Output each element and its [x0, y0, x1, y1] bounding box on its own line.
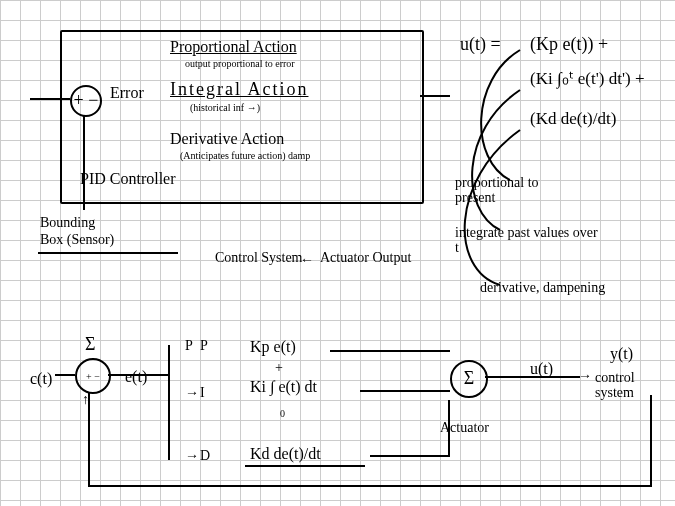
split-vert: [168, 345, 170, 460]
branch-i-arrow: →: [185, 385, 199, 400]
proportional-title: Proportional Action: [170, 38, 297, 56]
fb-down: [650, 395, 652, 485]
pid-out-line: [420, 95, 450, 97]
branch-d-arrow: →: [185, 448, 199, 463]
error-label: Error: [110, 84, 144, 102]
d-to-sum2: [370, 455, 450, 457]
arrow-in-left: [30, 98, 70, 100]
input-c: c(t): [30, 370, 52, 388]
sensor-underline: [38, 252, 178, 254]
actuator-output-label: Actuator Output: [320, 250, 411, 265]
arrow-feedback-up: [83, 115, 85, 210]
sum2-to-u: [485, 376, 580, 378]
error-e: e(t): [125, 368, 147, 386]
annotation-past: integrate past values over t: [455, 225, 605, 256]
proportional-note: output proportional to error: [185, 58, 295, 69]
pid-controller-label: PID Controller: [80, 170, 176, 188]
branch-d-lbl: D: [200, 448, 210, 463]
branch-p-lbl: P: [200, 338, 208, 353]
i-to-sum2: [360, 390, 450, 392]
annotation-present: proportional to present: [455, 175, 575, 206]
derivative-note: (Anticipates future action) damp: [180, 150, 310, 161]
expr-p: Kp e(t): [250, 338, 296, 356]
arrow-left-icon: ←: [300, 252, 314, 267]
sensor-label-2: Box (Sensor): [40, 232, 114, 247]
sigma-2: Σ: [464, 369, 474, 389]
annotation-future: derivative, dampening: [480, 280, 620, 295]
expr-i: Ki ∫ e(t) dt: [250, 378, 317, 396]
fb-bottom: [88, 485, 652, 487]
expr-d: Kd de(t)/dt: [250, 445, 321, 463]
actuator-label: Actuator: [440, 420, 489, 435]
expr-d-underline: [245, 465, 365, 467]
fb-arrow-up-icon: ↑: [82, 392, 89, 407]
sigma-label-top: Σ: [85, 335, 95, 355]
c-to-sum: [55, 374, 75, 376]
arrow-to-control: →: [578, 368, 592, 383]
branch-p: P: [185, 338, 193, 353]
p-to-sum2: [330, 350, 450, 352]
sensor-label-1: Bounding: [40, 215, 95, 230]
y-t: y(t): [610, 345, 633, 363]
sum-node-lower-1: + −: [75, 358, 111, 394]
branch-i-lbl: I: [200, 385, 205, 400]
expr-p-plus: +: [275, 360, 283, 375]
control-system-label: Control System: [215, 250, 303, 265]
sum-node-lower-2: Σ: [450, 360, 488, 398]
integral-note: (historical inf →): [190, 102, 260, 113]
sum-sign-lower: + −: [86, 371, 100, 382]
derivative-title: Derivative Action: [170, 130, 284, 148]
sum-to-e: [108, 374, 168, 376]
sum-sign: + −: [74, 91, 99, 111]
expr-i-lower: 0: [280, 408, 285, 419]
integral-title: Integral Action: [170, 80, 308, 100]
control-system-block: control system: [595, 370, 665, 401]
sum-node-top: + −: [70, 85, 102, 117]
u-t: u(t): [530, 360, 553, 378]
